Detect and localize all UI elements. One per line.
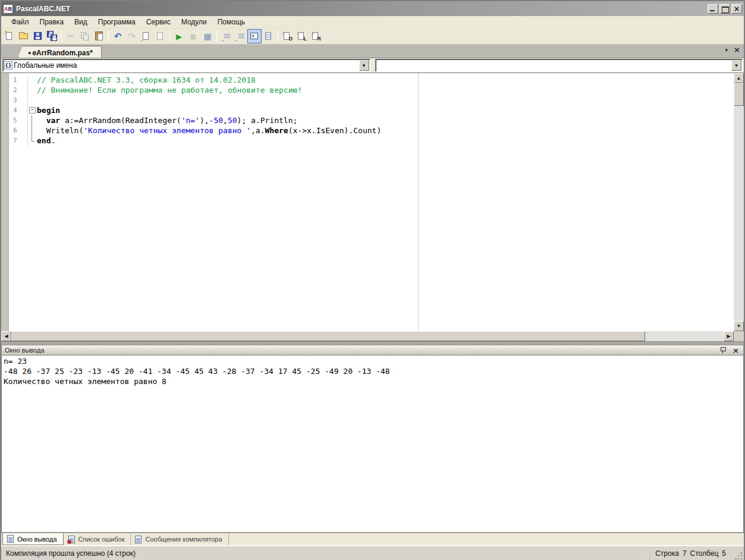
menu-edit[interactable]: Правка: [34, 17, 70, 27]
code-line[interactable]: 1// PascalABC.NET 3.3, сборка 1634 от 14…: [1, 75, 734, 85]
compile-grid-button[interactable]: ▦: [200, 29, 215, 43]
outline-icon: [263, 31, 274, 42]
output-tabstrip: Окно выводаСписок ошибокСообщения компил…: [1, 533, 744, 545]
scroll-down-icon[interactable]: ▼: [734, 321, 744, 331]
vscrollbar-track[interactable]: [734, 73, 744, 331]
output-tab-label: Сообщения компилятора: [145, 536, 222, 543]
app-window: AB PascalABC.NET × ФайлПравкаВидПрограмм…: [0, 0, 745, 560]
open-file-button[interactable]: [17, 29, 31, 43]
scope-combo[interactable]: {} Глобальные имена ▼: [2, 59, 370, 72]
code-text: end.: [37, 136, 55, 145]
main-toolbar: ✦✂↶↷←→▶■▦→←>D↓L←R→: [1, 29, 744, 45]
resize-grip[interactable]: [735, 552, 743, 560]
code-editor[interactable]: 1// PascalABC.NET 3.3, сборка 1634 от 14…: [1, 73, 744, 341]
member-combo[interactable]: ▼: [375, 59, 743, 72]
new-icon: ✦: [4, 31, 15, 42]
chevron-down-icon[interactable]: ▼: [731, 60, 741, 71]
window-controls: ×: [708, 4, 742, 14]
output-tab-label: Окно вывода: [17, 536, 57, 543]
menu-modules[interactable]: Модули: [176, 17, 212, 27]
maximize-button[interactable]: [719, 4, 730, 14]
menu-program[interactable]: Программа: [93, 17, 141, 27]
menu-bar: ФайлПравкаВидПрограммаСервисМодулиПомощь: [1, 16, 744, 29]
save-all-button[interactable]: [45, 29, 59, 43]
copy-icon: [80, 31, 90, 42]
close-button[interactable]: ×: [731, 4, 742, 14]
tab-list-dropdown-icon[interactable]: ▾: [725, 47, 728, 53]
scroll-left-icon[interactable]: ◀: [1, 331, 11, 341]
console-icon: >: [249, 31, 260, 42]
tab-output-window[interactable]: Окно вывода: [2, 533, 64, 545]
line-number: 4: [1, 105, 28, 115]
caret-position-panel: Строка 7 Столбец 5: [649, 548, 734, 559]
copy-button[interactable]: [78, 29, 92, 43]
vscrollbar-thumb[interactable]: [734, 83, 744, 106]
dock-output-down-button[interactable]: D↓: [280, 29, 294, 43]
menu-view[interactable]: Вид: [69, 17, 93, 27]
status-bar: Компиляция прошла успешно (4 строк) Стро…: [1, 545, 744, 560]
undo-icon: ↶: [112, 31, 123, 42]
nav-back-button[interactable]: ←: [139, 29, 153, 43]
open-icon: [18, 31, 29, 42]
output-tab-label: Список ошибок: [78, 536, 125, 543]
scroll-up-icon[interactable]: ▲: [734, 73, 744, 83]
menu-help[interactable]: Помощь: [212, 17, 250, 27]
line-value: 7: [683, 549, 687, 558]
dock-output-right-button[interactable]: R→: [309, 29, 323, 43]
menu-file[interactable]: Файл: [6, 17, 34, 27]
redo-icon: ↷: [127, 31, 137, 42]
fold-column: [28, 85, 37, 95]
code-line[interactable]: 5 var a:=ArrRandom(ReadInteger('n='),-50…: [1, 115, 734, 125]
output-close-icon[interactable]: ×: [733, 347, 739, 354]
editor-hscrollbar[interactable]: ◀ ▶: [1, 331, 734, 341]
code-line[interactable]: 3: [1, 95, 734, 105]
undo-button[interactable]: ↶: [111, 29, 125, 43]
code-text: // PascalABC.NET 3.3, сборка 1634 от 14.…: [37, 75, 256, 84]
run-button[interactable]: ▶: [172, 29, 186, 43]
chevron-down-icon[interactable]: ▼: [359, 60, 369, 71]
editor-vscrollbar[interactable]: ▲ ▼: [734, 73, 744, 331]
code-text: Writeln('Количество четных элементов рав…: [37, 126, 381, 135]
minimize-button[interactable]: [708, 4, 718, 14]
output-panel-header: Окно вывода ×: [1, 345, 744, 355]
tab-close-icon[interactable]: ×: [734, 47, 740, 53]
paste-button[interactable]: [92, 29, 106, 43]
code-line[interactable]: 4begin: [1, 105, 734, 115]
output-console[interactable]: n= 23-48 26 -37 25 -23 -13 -45 20 -41 -3…: [1, 355, 744, 533]
line-number: 3: [1, 95, 28, 105]
code-line[interactable]: 7end.: [1, 136, 734, 146]
toolbar-separator: [108, 30, 109, 42]
code-line[interactable]: 2// Внимание! Если программа не работает…: [1, 85, 734, 95]
fold-collapse-icon[interactable]: [28, 105, 37, 115]
output-icon: [7, 535, 14, 543]
toolbar-separator: [216, 30, 217, 42]
show-output-window-button[interactable]: >: [247, 29, 262, 43]
show-outline-button[interactable]: [262, 29, 276, 43]
code-line[interactable]: 6 Writeln('Количество четных элементов р…: [1, 125, 734, 136]
tab-earrrandom-pas[interactable]: ● eArrRandom.pas*: [18, 46, 102, 58]
output-panel: Окно вывода × n= 23-48 26 -37 25 -23 -13…: [1, 345, 744, 545]
scroll-right-icon[interactable]: ▶: [724, 331, 734, 341]
pin-icon[interactable]: [720, 347, 725, 354]
errors-icon: [68, 536, 76, 543]
code-lines[interactable]: 1// PascalABC.NET 3.3, сборка 1634 от 14…: [1, 75, 734, 331]
save-button[interactable]: [31, 29, 45, 43]
line-number: 5: [1, 115, 28, 125]
fold-column: [28, 136, 37, 146]
stop-button[interactable]: ■: [186, 29, 200, 43]
new-file-button[interactable]: ✦: [2, 29, 17, 43]
tab-error-list[interactable]: Список ошибок: [64, 533, 131, 545]
dock-output-left-button[interactable]: L←: [294, 29, 309, 43]
increase-indent-button[interactable]: →: [219, 29, 233, 43]
nav-forward-button[interactable]: →: [153, 29, 168, 43]
navfwd-icon: →: [155, 31, 166, 42]
run-icon: ▶: [174, 31, 184, 42]
redo-button[interactable]: ↷: [125, 29, 139, 43]
decrease-indent-button[interactable]: ←: [233, 29, 247, 43]
hscrollbar-thumb[interactable]: [11, 331, 645, 341]
menu-service[interactable]: Сервис: [141, 17, 176, 27]
code-navigator-row: {} Глобальные имена ▼ ▼: [1, 58, 744, 73]
tab-compiler-messages[interactable]: Сообщения компилятора: [131, 533, 228, 545]
grid-icon: ▦: [202, 31, 213, 42]
cut-button[interactable]: ✂: [64, 29, 78, 43]
